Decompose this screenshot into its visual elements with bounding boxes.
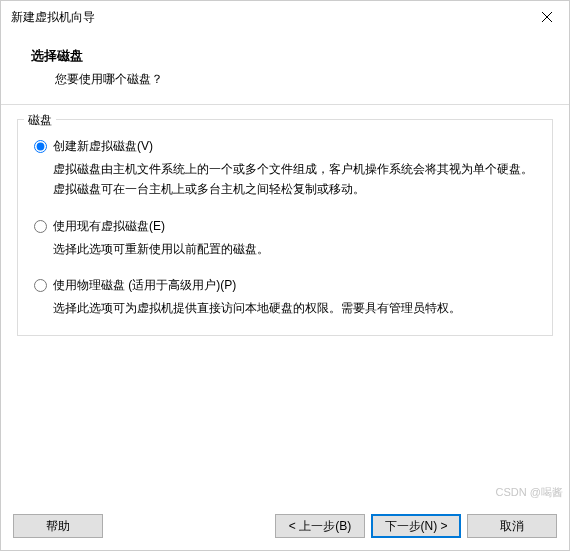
cancel-button[interactable]: 取消 xyxy=(467,514,557,538)
option-use-physical-disk-row[interactable]: 使用物理磁盘 (适用于高级用户)(P) xyxy=(34,277,536,294)
fieldset-legend: 磁盘 xyxy=(24,112,56,129)
disk-options-group: 创建新虚拟磁盘(V) 虚拟磁盘由主机文件系统上的一个或多个文件组成，客户机操作系… xyxy=(34,138,536,319)
option-use-physical-disk: 使用物理磁盘 (适用于高级用户)(P) 选择此选项可为虚拟机提供直接访问本地硬盘… xyxy=(34,277,536,318)
option-create-new-disk-label: 创建新虚拟磁盘(V) xyxy=(53,138,153,155)
help-button[interactable]: 帮助 xyxy=(13,514,103,538)
option-use-physical-disk-label: 使用物理磁盘 (适用于高级用户)(P) xyxy=(53,277,236,294)
close-button[interactable] xyxy=(525,2,569,32)
footer: 帮助 < 上一步(B) 下一步(N) > 取消 xyxy=(1,504,569,550)
titlebar: 新建虚拟机向导 xyxy=(1,1,569,33)
disk-fieldset: 磁盘 创建新虚拟磁盘(V) 虚拟磁盘由主机文件系统上的一个或多个文件组成，客户机… xyxy=(17,119,553,336)
option-create-new-disk-radio[interactable] xyxy=(34,140,47,153)
next-button[interactable]: 下一步(N) > xyxy=(371,514,461,538)
option-use-existing-disk-radio[interactable] xyxy=(34,220,47,233)
option-use-existing-disk: 使用现有虚拟磁盘(E) 选择此选项可重新使用以前配置的磁盘。 xyxy=(34,218,536,259)
wizard-window: 新建虚拟机向导 选择磁盘 您要使用哪个磁盘？ 磁盘 创建新虚拟磁盘(V) 虚拟磁… xyxy=(0,0,570,551)
wizard-header: 选择磁盘 您要使用哪个磁盘？ xyxy=(1,33,569,104)
option-use-existing-disk-row[interactable]: 使用现有虚拟磁盘(E) xyxy=(34,218,536,235)
option-create-new-disk-desc: 虚拟磁盘由主机文件系统上的一个或多个文件组成，客户机操作系统会将其视为单个硬盘。… xyxy=(53,159,536,200)
close-icon xyxy=(542,12,552,22)
option-use-physical-disk-radio[interactable] xyxy=(34,279,47,292)
back-button[interactable]: < 上一步(B) xyxy=(275,514,365,538)
window-title: 新建虚拟机向导 xyxy=(11,9,95,26)
option-use-existing-disk-label: 使用现有虚拟磁盘(E) xyxy=(53,218,165,235)
option-create-new-disk-row[interactable]: 创建新虚拟磁盘(V) xyxy=(34,138,536,155)
option-create-new-disk: 创建新虚拟磁盘(V) 虚拟磁盘由主机文件系统上的一个或多个文件组成，客户机操作系… xyxy=(34,138,536,200)
content-area: 磁盘 创建新虚拟磁盘(V) 虚拟磁盘由主机文件系统上的一个或多个文件组成，客户机… xyxy=(1,105,569,504)
page-title: 选择磁盘 xyxy=(31,47,539,65)
page-subtitle: 您要使用哪个磁盘？ xyxy=(55,71,539,88)
option-use-existing-disk-desc: 选择此选项可重新使用以前配置的磁盘。 xyxy=(53,239,536,259)
option-use-physical-disk-desc: 选择此选项可为虚拟机提供直接访问本地硬盘的权限。需要具有管理员特权。 xyxy=(53,298,536,318)
